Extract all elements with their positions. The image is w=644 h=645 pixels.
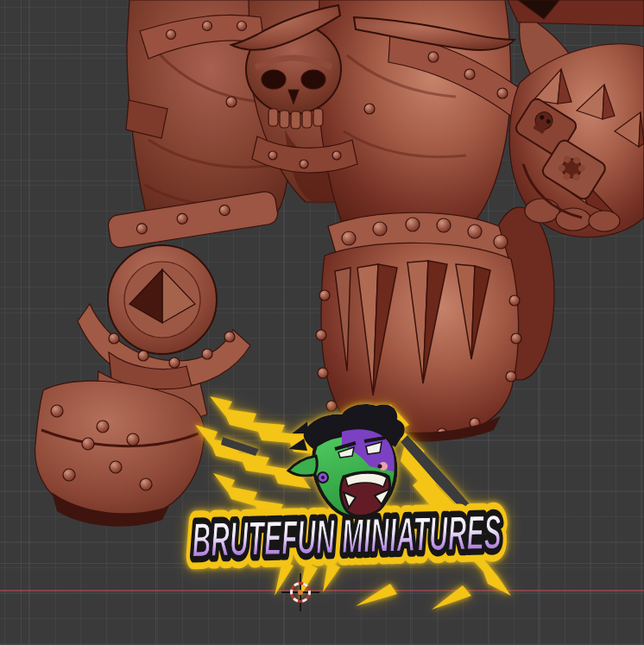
right-shin-guard — [316, 212, 521, 442]
goblin-head-icon — [288, 404, 405, 517]
left-boot — [35, 352, 207, 527]
left-knee-pad — [78, 190, 279, 387]
3d-cursor-icon — [281, 573, 319, 611]
viewport-canvas: BRUTEFUN MINIATURES BRUTEFUN MINIATURES … — [0, 0, 644, 645]
blender-3d-viewport[interactable]: BRUTEFUN MINIATURES BRUTEFUN MINIATURES … — [0, 0, 644, 645]
right-fist — [508, 0, 644, 237]
